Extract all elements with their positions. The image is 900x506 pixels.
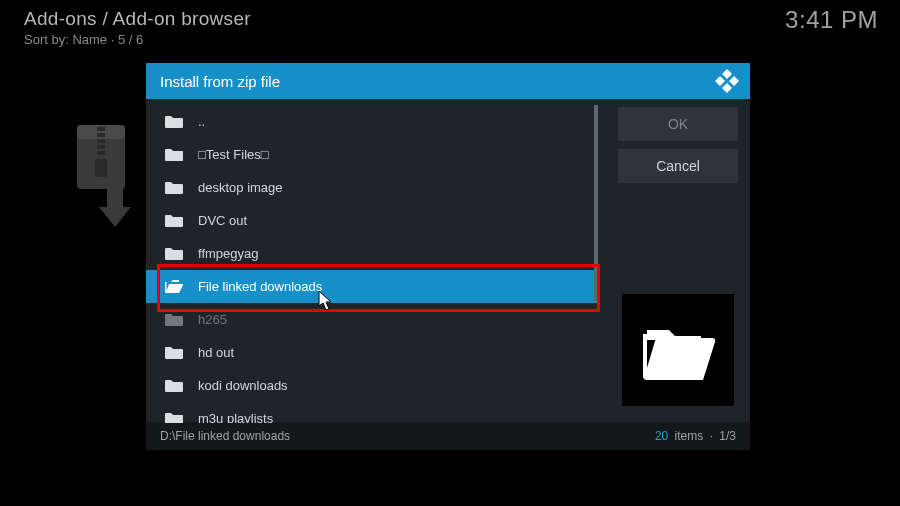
folder-icon	[164, 378, 186, 394]
install-zip-dialog: Install from zip file ..□Test Files□desk…	[146, 63, 750, 450]
svg-marker-12	[729, 76, 739, 86]
folder-icon	[164, 279, 186, 295]
svg-rect-2	[97, 127, 105, 131]
file-row[interactable]: DVC out	[146, 204, 598, 237]
folder-open-icon	[639, 320, 717, 380]
folder-preview	[622, 294, 734, 406]
svg-rect-4	[97, 139, 105, 143]
svg-marker-9	[99, 207, 131, 227]
file-row[interactable]: ffmpegyag	[146, 237, 598, 270]
file-row-label: kodi downloads	[198, 378, 288, 393]
breadcrumb: Add-ons / Add-on browser	[24, 8, 251, 30]
file-list-pane: ..□Test Files□desktop imageDVC outffmpeg…	[146, 99, 598, 422]
file-row-label: h265	[198, 312, 227, 327]
dialog-side-pane: OK Cancel	[598, 99, 750, 422]
file-row-label: desktop image	[198, 180, 283, 195]
item-count: 20	[655, 429, 668, 443]
ok-button[interactable]: OK	[618, 107, 738, 141]
folder-icon	[164, 246, 186, 262]
dialog-title: Install from zip file	[160, 73, 280, 90]
page-indicator: 1/3	[719, 429, 736, 443]
file-row-label: File linked downloads	[198, 279, 322, 294]
folder-icon	[164, 147, 186, 163]
file-row[interactable]: File linked downloads	[146, 270, 598, 303]
svg-marker-13	[722, 83, 732, 93]
items-label: items	[675, 429, 704, 443]
svg-rect-3	[97, 133, 105, 137]
file-row-label: m3u playlists	[198, 411, 273, 423]
svg-marker-10	[722, 69, 732, 79]
folder-icon	[164, 411, 186, 424]
file-row-label: DVC out	[198, 213, 247, 228]
kodi-logo-icon	[714, 68, 740, 97]
zip-download-icon	[77, 125, 137, 233]
file-row[interactable]: □Test Files□	[146, 138, 598, 171]
sort-indicator: Sort by: Name · 5 / 6	[24, 32, 251, 47]
file-row[interactable]: m3u playlists	[146, 402, 598, 423]
folder-icon	[164, 180, 186, 196]
svg-rect-8	[107, 177, 123, 207]
file-row-label: □Test Files□	[198, 147, 269, 162]
folder-icon	[164, 114, 186, 130]
file-row[interactable]: ..	[146, 105, 598, 138]
file-row[interactable]: kodi downloads	[146, 369, 598, 402]
svg-rect-5	[97, 145, 105, 149]
svg-rect-7	[95, 159, 107, 177]
clock: 3:41 PM	[785, 6, 878, 34]
svg-rect-6	[97, 151, 105, 155]
folder-icon	[164, 345, 186, 361]
scrollbar[interactable]	[594, 105, 598, 301]
dialog-titlebar: Install from zip file	[146, 63, 750, 99]
file-row-label: ..	[198, 114, 205, 129]
status-separator: ·	[710, 429, 713, 443]
svg-marker-11	[715, 76, 725, 86]
file-row[interactable]: h265	[146, 303, 598, 336]
dialog-statusbar: D:\File linked downloads 20 items · 1/3	[146, 422, 750, 450]
file-row[interactable]: hd out	[146, 336, 598, 369]
file-row[interactable]: desktop image	[146, 171, 598, 204]
folder-icon	[164, 312, 186, 328]
file-row-label: ffmpegyag	[198, 246, 258, 261]
current-path: D:\File linked downloads	[160, 429, 290, 443]
cancel-button[interactable]: Cancel	[618, 149, 738, 183]
folder-icon	[164, 213, 186, 229]
file-row-label: hd out	[198, 345, 234, 360]
